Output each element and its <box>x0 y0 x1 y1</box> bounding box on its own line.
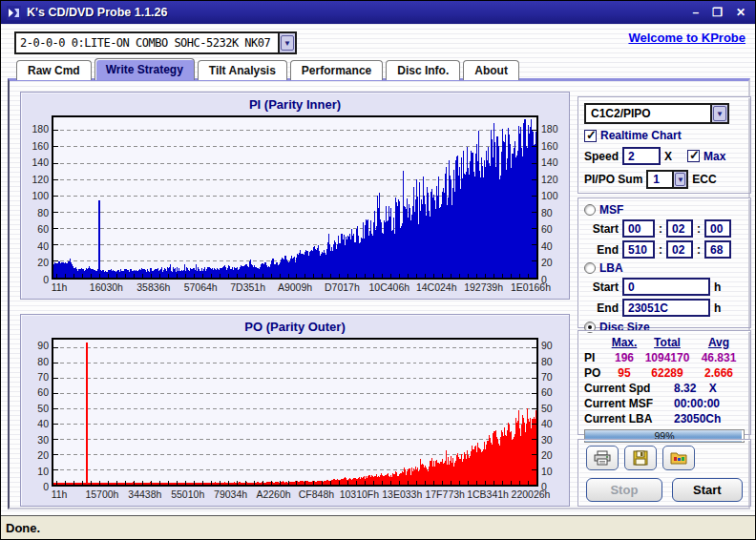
status-text: Done. <box>6 521 40 535</box>
print-button[interactable] <box>586 446 619 470</box>
pipo-sum-unit: ECC <box>692 173 716 186</box>
y-tick-label: 70 <box>26 371 49 383</box>
current-lba-value: 23050Ch <box>674 412 745 426</box>
y-tick-label: 90 <box>26 340 49 351</box>
x-tick-label: 11h <box>52 281 68 293</box>
tab-raw-cmd[interactable]: Raw Cmd <box>16 60 92 80</box>
lba-end-label: End <box>584 301 619 315</box>
speed-input[interactable]: 2 <box>622 147 661 165</box>
status-bar: Done. <box>1 515 755 539</box>
lba-start-label: Start <box>584 280 619 294</box>
tab-tilt-analysis[interactable]: Tilt Analysis <box>198 60 287 80</box>
lba-start-input[interactable]: 0 <box>622 278 710 296</box>
x-tick-label: CF848h <box>299 488 334 500</box>
x-tick-label: 79034h <box>214 488 247 500</box>
mode-select[interactable]: C1C2/PIPO ▼ <box>584 103 729 124</box>
x-tick-label: A2260h <box>256 488 290 500</box>
drive-select[interactable]: 2-0-0-0 0:LITE-ON COMBO SOHC-5232K NK07 … <box>14 31 297 54</box>
save-button[interactable] <box>624 446 657 470</box>
current-msf-label: Current MSF <box>584 397 674 410</box>
lba-radio[interactable] <box>584 262 596 274</box>
realtime-chart-checkbox[interactable] <box>584 130 597 142</box>
speed-label: Speed <box>584 150 619 163</box>
maximize-icon[interactable]: ❐ <box>712 7 723 18</box>
stop-button[interactable]: Stop <box>586 478 662 502</box>
pipo-sum-value: 1 <box>648 172 672 187</box>
tab-about[interactable]: About <box>463 60 519 80</box>
y-tick-label: 0 <box>26 481 49 492</box>
app-window: K's CD/DVD Probe 1.1.26 – ❐ ✕ 2-0-0-0 0:… <box>0 0 756 540</box>
current-spd-label: Current Spd <box>584 382 674 395</box>
msf-end-f[interactable]: 68 <box>704 240 731 259</box>
msf-radio[interactable] <box>584 204 596 216</box>
minimize-icon[interactable]: – <box>692 7 699 18</box>
tab-disc-info[interactable]: Disc Info. <box>386 60 460 80</box>
pi-chart-title: PI (Parity Inner) <box>25 93 565 115</box>
y-tick-label: 50 <box>541 403 564 414</box>
x-tick-label: 13E033h <box>382 488 422 500</box>
title-bar: K's CD/DVD Probe 1.1.26 – ❐ ✕ <box>1 1 755 24</box>
pi-chart: PI (Parity Inner) 0204060801001201401601… <box>20 92 570 300</box>
max-speed-label: Max <box>704 150 725 163</box>
chevron-down-icon: ▼ <box>713 106 726 121</box>
po-x-axis: 11h15700h34438h55010h79034hA2260hCF848h1… <box>52 487 538 502</box>
x-tick-label: 10310Fh <box>340 488 379 500</box>
msf-end-m[interactable]: 510 <box>622 240 655 259</box>
start-button[interactable]: Start <box>672 478 743 502</box>
y-tick-label: 120 <box>26 174 49 185</box>
pipo-sum-select[interactable]: 1 ▼ <box>646 170 688 189</box>
tab-performance[interactable]: Performance <box>290 60 383 80</box>
po-plot <box>52 338 538 487</box>
scan-settings-group: C1C2/PIPO ▼ Realtime Chart Speed 2 X Max… <box>578 96 751 194</box>
y-tick-label: 30 <box>541 434 564 446</box>
drive-select-arrow[interactable]: ▼ <box>278 33 295 52</box>
y-tick-label: 140 <box>541 156 564 168</box>
mode-select-arrow[interactable]: ▼ <box>710 105 727 122</box>
pipo-sum-label: PI/PO Sum <box>584 173 642 186</box>
stats-header-avg: Avg <box>693 336 745 349</box>
x-tick-label: 34438h <box>128 488 161 500</box>
x-tick-label: 10C406h <box>368 281 410 293</box>
y-tick-label: 40 <box>26 240 49 252</box>
po-y-axis-right: 0102030405060708090 <box>538 338 565 487</box>
pi-y-axis-left: 020406080100120140160180 <box>25 115 52 280</box>
po-chart: PO (Parity Outer) 0102030405060708090 01… <box>20 314 570 507</box>
realtime-chart-label: Realtime Chart <box>600 129 682 142</box>
actions-group: Stop Start <box>578 439 751 507</box>
stats-group: Max. Total Avg PI 196 1094170 46.831 PO … <box>578 330 751 435</box>
msf-start-m[interactable]: 00 <box>622 219 655 238</box>
po-stat-max: 95 <box>607 366 641 380</box>
tab-write-strategy[interactable]: Write Strategy <box>94 58 195 80</box>
y-tick-label: 100 <box>26 190 49 201</box>
pipo-sum-arrow[interactable]: ▼ <box>672 172 686 187</box>
msf-start-f[interactable]: 00 <box>704 219 731 238</box>
x-tick-label: A9009h <box>278 281 312 293</box>
po-stat-label: PO <box>584 366 607 380</box>
x-tick-label: 15700h <box>85 488 118 500</box>
msf-start-s[interactable]: 02 <box>666 219 693 238</box>
snapshot-icon <box>670 450 687 466</box>
x-tick-label: 35836h <box>136 281 170 293</box>
x-tick-label: 7D351h <box>230 281 265 293</box>
y-tick-label: 160 <box>26 140 49 152</box>
lba-end-input[interactable]: 23051C <box>622 299 710 317</box>
app-icon <box>7 6 21 20</box>
stats-header-max: Max. <box>607 336 641 349</box>
y-tick-label: 10 <box>26 466 49 477</box>
po-plot-svg <box>53 340 536 485</box>
lba-start-unit: h <box>714 280 721 294</box>
y-tick-label: 160 <box>541 140 564 152</box>
y-tick-label: 180 <box>541 123 564 135</box>
welcome-link[interactable]: Welcome to KProbe <box>628 31 746 45</box>
msf-end-s[interactable]: 02 <box>666 240 693 259</box>
close-icon[interactable]: ✕ <box>736 7 746 18</box>
y-tick-label: 10 <box>541 466 564 477</box>
snapshot-button[interactable] <box>662 446 695 470</box>
max-speed-checkbox[interactable] <box>687 150 700 162</box>
y-tick-label: 120 <box>541 174 564 185</box>
y-tick-label: 80 <box>541 207 564 218</box>
y-tick-label: 60 <box>26 223 49 235</box>
x-tick-label: 57064h <box>184 281 218 293</box>
po-chart-title: PO (Parity Outer) <box>25 315 565 338</box>
po-stat-avg: 2.666 <box>693 366 745 380</box>
